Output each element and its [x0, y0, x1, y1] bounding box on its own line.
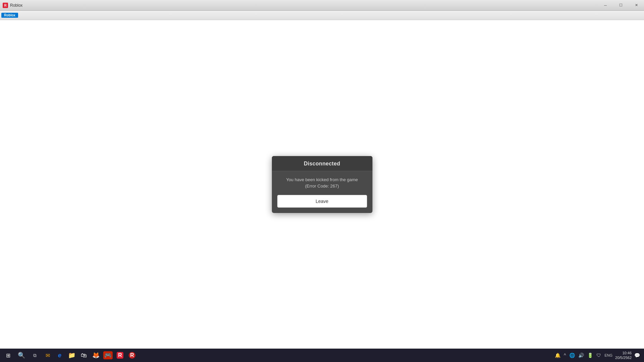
clock-time: 10:46 [615, 351, 632, 355]
dialog-message-line1: You have been kicked from the game [286, 177, 358, 182]
restore-button[interactable]: ☐ [613, 0, 629, 11]
firefox-icon: 🦊 [92, 352, 100, 359]
leave-button[interactable]: Leave [277, 195, 367, 208]
dialog-footer: Leave [272, 195, 372, 213]
svg-text:R: R [4, 4, 7, 7]
taskbar-app-app1[interactable]: 🎮 [103, 350, 113, 361]
app3-icon: R [129, 352, 135, 359]
start-button[interactable]: ⊞ [2, 349, 14, 361]
dialog-header: Disconnected [272, 156, 372, 171]
dialog-message: You have been kicked from the game (Erro… [277, 176, 367, 190]
tray-notification-icon[interactable]: 🔔 [554, 352, 561, 359]
taskbar: ⊞ 🔍 ⧉ ✉ e 📁 🛍 🦊 🎮 R [0, 349, 644, 362]
dialog-body: You have been kicked from the game (Erro… [272, 171, 372, 195]
folder-icon: 📁 [68, 352, 75, 359]
taskbar-app-app3[interactable]: R [127, 350, 137, 361]
taskbar-search[interactable]: 🔍 [15, 349, 27, 361]
tray-volume-icon[interactable]: 🔊 [578, 352, 585, 359]
taskview-icon: ⧉ [33, 353, 37, 358]
notification-center-icon[interactable]: 💬 [634, 352, 641, 359]
taskbar-app-roblox[interactable]: R [115, 350, 125, 361]
app-icon: R [3, 3, 8, 8]
search-icon: 🔍 [18, 352, 25, 359]
window-title: Roblox [10, 3, 22, 8]
taskbar-app-firefox[interactable]: 🦊 [91, 350, 101, 361]
tray-security-icon[interactable]: 🛡 [596, 352, 602, 359]
disconnected-dialog: Disconnected You have been kicked from t… [272, 156, 372, 213]
system-clock[interactable]: 10:46 20/5/2562 [615, 351, 632, 360]
tray-network-icon[interactable]: 🌐 [569, 352, 576, 359]
mail-icon: ✉ [46, 352, 50, 359]
minimize-button[interactable]: ─ [598, 0, 613, 11]
taskbar-app-store[interactable]: 🛍 [78, 350, 89, 361]
taskbar-left: ⊞ 🔍 ⧉ ✉ e 📁 🛍 🦊 🎮 R [2, 349, 137, 361]
toolbar: Roblox [0, 11, 644, 20]
dialog-message-line2: (Error Code: 267) [305, 184, 339, 189]
roblox-logo-button[interactable]: Roblox [1, 13, 18, 18]
taskbar-app-folder[interactable]: 📁 [66, 350, 77, 361]
main-content: Disconnected You have been kicked from t… [0, 20, 644, 349]
taskbar-right: 🔔 ^ 🌐 🔊 🔋 🛡 ENG 10:46 20/5/2562 💬 [554, 351, 642, 360]
language-indicator[interactable]: ENG [604, 353, 613, 358]
title-bar: R Roblox ─ ☐ ✕ [0, 0, 644, 11]
app1-icon: 🎮 [103, 351, 113, 359]
taskbar-app-ie[interactable]: e [54, 350, 65, 361]
dialog-title: Disconnected [304, 161, 340, 166]
close-button[interactable]: ✕ [629, 0, 644, 11]
tray-show-hidden[interactable]: ^ [563, 352, 567, 359]
titlebar-left: R Roblox [0, 3, 22, 8]
windows-icon: ⊞ [6, 352, 10, 359]
clock-date: 20/5/2562 [615, 355, 632, 360]
ie-icon: e [58, 352, 61, 359]
taskbar-app-mail[interactable]: ✉ [42, 350, 53, 361]
roblox-taskbar-icon: R [117, 352, 123, 359]
taskbar-taskview[interactable]: ⧉ [29, 349, 41, 361]
tray-battery-icon[interactable]: 🔋 [587, 352, 594, 359]
store-icon: 🛍 [81, 352, 87, 359]
window-controls: ─ ☐ ✕ [598, 0, 644, 10]
